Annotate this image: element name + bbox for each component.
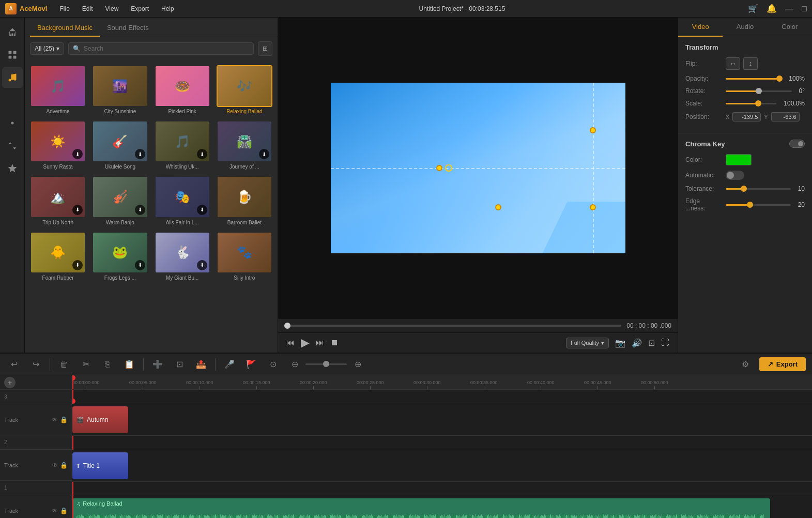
download-icon[interactable]: ⬇	[197, 149, 207, 159]
tab-background-music[interactable]: Background Music	[30, 20, 100, 37]
chroma-color-swatch[interactable]	[726, 154, 752, 165]
media-item-city-sunshine[interactable]: 🌆 City Sunshine	[91, 64, 149, 115]
sidebar-effects[interactable]	[2, 113, 23, 133]
undo-button[interactable]: ↩	[6, 357, 22, 372]
rotate-slider[interactable]	[726, 90, 792, 92]
download-icon[interactable]: ⬇	[197, 260, 207, 270]
sidebar-text[interactable]	[2, 90, 23, 111]
minimize-icon[interactable]: —	[785, 4, 793, 13]
fullscreen-button[interactable]: ⛶	[661, 338, 669, 347]
track-lock-icon[interactable]: 🔒	[60, 462, 68, 469]
tab-audio[interactable]: Audio	[723, 18, 767, 37]
download-icon[interactable]: ⬇	[135, 149, 145, 159]
tab-sound-effects[interactable]: Sound Effects	[100, 20, 156, 37]
settings-button[interactable]: ⚙	[738, 357, 753, 372]
media-item-sunny-rasta[interactable]: ☀️ ⬇ Sunny Rasta	[29, 119, 87, 171]
screenshot-button[interactable]: 📷	[615, 338, 625, 348]
menu-help[interactable]: Help	[159, 3, 176, 14]
media-item-alls-fair[interactable]: 🎭 ⬇ Alls Fair In L...	[154, 175, 211, 226]
progress-bar[interactable]	[284, 325, 621, 327]
track-visibility-icon[interactable]: 👁	[52, 462, 58, 469]
media-item-silly-intro[interactable]: 🐾 Silly Intro	[216, 231, 273, 282]
grid-toggle-button[interactable]: ⊞	[258, 41, 272, 56]
media-item-frogs-legs[interactable]: 🐸 ⬇ Frogs Legs ...	[91, 231, 149, 282]
export-button[interactable]: ↗ Export	[759, 357, 806, 371]
marker-button[interactable]: 🚩	[243, 357, 259, 372]
menu-file[interactable]: File	[57, 3, 71, 14]
play-button[interactable]: ▶	[301, 336, 310, 349]
media-item-barroom-ballet[interactable]: 🍺 Barroom Ballet	[216, 175, 273, 226]
mic-button[interactable]: 🎤	[222, 357, 237, 372]
sidebar-home[interactable]	[2, 22, 23, 42]
chroma-key-toggle[interactable]	[789, 140, 805, 148]
redo-button[interactable]: ↪	[28, 357, 43, 372]
menu-export[interactable]: Export	[129, 3, 151, 14]
media-item-trip-up-north[interactable]: 🏔️ ⬇ Trip Up North	[29, 175, 87, 226]
media-item-whistling-uk[interactable]: 🎵 ⬇ Whistling Uk...	[154, 119, 211, 171]
add-button[interactable]: ➕	[150, 357, 165, 372]
cut-button[interactable]: ✂	[78, 357, 94, 372]
cart-icon[interactable]: 🛒	[748, 4, 758, 13]
chroma-automatic-toggle[interactable]	[726, 171, 744, 180]
clip-autumn[interactable]: 🎬 Autumn	[72, 406, 128, 433]
sidebar-layout[interactable]	[2, 181, 23, 202]
tab-video[interactable]: Video	[678, 18, 723, 37]
sidebar-music[interactable]	[2, 67, 23, 88]
volume-button[interactable]: 🔊	[632, 338, 642, 348]
clip-title1[interactable]: T Title 1	[72, 452, 128, 479]
timeline-content[interactable]: 00:00:00.000 00:00:05.000 00:00:10.000 0…	[72, 375, 812, 518]
track-lock-icon[interactable]: 🔒	[60, 416, 68, 423]
step-forward-button[interactable]: ⏭	[316, 338, 324, 347]
download-icon[interactable]: ⬇	[72, 260, 83, 270]
copy-button[interactable]: ⎘	[100, 357, 115, 372]
delete-button[interactable]: 🗑	[56, 357, 72, 372]
media-item-ukulele-song[interactable]: 🎸 ⬇ Ukulele Song	[91, 119, 149, 171]
add-track-button[interactable]: +	[4, 377, 16, 388]
sidebar-transitions[interactable]	[2, 135, 23, 156]
chroma-tolerance-slider[interactable]	[726, 188, 791, 190]
menu-view[interactable]: View	[103, 3, 121, 14]
maximize-icon[interactable]: □	[802, 4, 807, 13]
scale-slider[interactable]	[726, 103, 776, 104]
track-visibility-icon[interactable]: 👁	[52, 507, 58, 514]
tab-color[interactable]: Color	[768, 18, 812, 37]
paste-button[interactable]: 📋	[121, 357, 137, 372]
flip-vertical-button[interactable]: ↕	[743, 57, 758, 70]
clip-relaxing-ballad[interactable]: ♫ Relaxing Ballad	[72, 498, 770, 518]
media-item-pickled-pink[interactable]: 🍩 Pickled Pink	[154, 64, 211, 115]
media-item-journey-of[interactable]: 🛣️ ⬇ Journey of ...	[216, 119, 273, 171]
opacity-slider[interactable]	[726, 78, 782, 80]
search-input[interactable]	[84, 45, 249, 52]
position-x-input[interactable]	[732, 112, 761, 121]
flip-horizontal-button[interactable]: ↔	[726, 57, 740, 70]
sidebar-filters[interactable]	[2, 158, 23, 179]
stop-button[interactable]: ⏹	[330, 338, 339, 347]
media-item-foam-rubber[interactable]: 🐥 ⬇ Foam Rubber	[29, 231, 87, 282]
download-icon[interactable]: ⬇	[135, 260, 145, 270]
sidebar-media[interactable]	[2, 44, 23, 65]
notification-icon[interactable]: 🔔	[767, 4, 777, 13]
position-y-input[interactable]	[771, 112, 800, 121]
crop-button[interactable]: ⊡	[172, 357, 187, 372]
playhead[interactable]	[72, 375, 73, 389]
media-item-warm-banjo[interactable]: 🎻 ⬇ Warm Banjo	[91, 175, 149, 226]
insert-button[interactable]: ⊙	[265, 357, 281, 372]
download-icon[interactable]: ⬇	[135, 205, 145, 215]
chroma-edge-slider[interactable]	[726, 204, 791, 206]
media-item-relaxing-ballad[interactable]: 🎶 Relaxing Ballad	[216, 64, 273, 115]
rewind-button[interactable]: ⏮	[286, 338, 295, 347]
export-clip-button[interactable]: 📤	[193, 357, 209, 372]
download-icon[interactable]: ⬇	[197, 205, 207, 215]
menu-edit[interactable]: Edit	[80, 3, 95, 14]
pip-button[interactable]: ⊡	[648, 338, 655, 348]
media-item-advertime[interactable]: 🎵 Advertime	[29, 64, 87, 115]
zoom-out-button[interactable]: ⊖	[287, 357, 302, 372]
track-visibility-icon[interactable]: 👁	[52, 416, 58, 423]
zoom-slider[interactable]	[305, 363, 347, 365]
track-lock-icon[interactable]: 🔒	[60, 507, 68, 514]
media-item-my-giant-bu[interactable]: 🐇 ⬇ My Giant Bu...	[154, 231, 211, 282]
filter-dropdown[interactable]: All (25) ▾	[30, 42, 64, 55]
download-icon[interactable]: ⬇	[72, 205, 83, 215]
search-box[interactable]: 🔍	[68, 42, 254, 55]
zoom-in-button[interactable]: ⊕	[350, 357, 365, 372]
